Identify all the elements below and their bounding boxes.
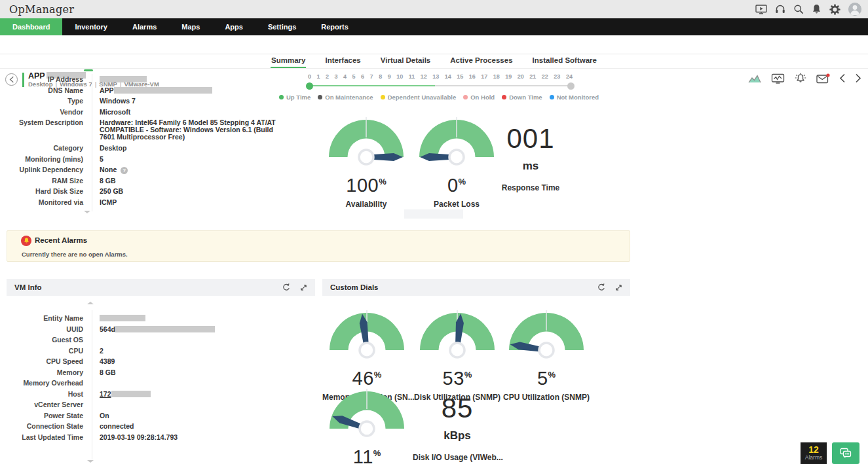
timeline-hour-tick: 17 [481, 73, 487, 80]
info-value-link[interactable]: 172 [100, 390, 111, 398]
timeline-hour-tick: 4 [343, 73, 347, 80]
info-row: VendorMicrosoft [0, 107, 288, 118]
info-row: Uplink DependencyNone? [0, 164, 288, 175]
timeline-hour-tick: 22 [542, 73, 548, 80]
divider [92, 74, 92, 211]
info-row: CPU2 [7, 346, 308, 357]
info-value: Microsoft [100, 107, 283, 118]
slider-start-knob[interactable] [306, 82, 313, 90]
refresh-icon[interactable] [282, 283, 290, 291]
info-value: 250 GB [100, 186, 283, 197]
nav-item-settings[interactable]: Settings [255, 18, 309, 35]
mail-icon[interactable] [816, 73, 830, 84]
device-monitor-icon[interactable] [771, 73, 785, 84]
info-row: System DescriptionHardware: Intel64 Fami… [0, 117, 288, 143]
nav-item-dashboard[interactable]: Dashboard [0, 18, 62, 35]
info-value [100, 399, 283, 410]
refresh-icon[interactable] [597, 283, 605, 291]
info-value: 564d [100, 324, 283, 335]
nav-item-inventory[interactable]: Inventory [62, 18, 120, 35]
info-value: 172 [100, 389, 283, 400]
gauge-value: 100% [322, 172, 411, 195]
presentation-icon[interactable] [755, 4, 767, 14]
vm-info-title: VM Info [14, 283, 42, 291]
info-value: 2019-03-19 09:28:14.793 [100, 432, 283, 443]
info-row: Memory8 GB [7, 367, 308, 378]
scroll-indicator[interactable] [84, 69, 93, 71]
slider-end-knob[interactable] [567, 82, 575, 90]
nav-item-alarms[interactable]: Alarms [120, 18, 169, 35]
chat-button[interactable] [832, 442, 859, 464]
legend-label: On Maintenance [325, 94, 373, 101]
timeline-hour-tick: 10 [396, 73, 403, 80]
info-row: Memory Overhead [7, 378, 308, 389]
custom-dials-actions [597, 283, 622, 291]
alarms-count-badge[interactable]: 12 Alarms [801, 442, 827, 464]
legend-item: On Hold [463, 94, 495, 101]
info-row: Hard Disk Size250 GB [0, 186, 288, 197]
tab-active-processes[interactable]: Active Processes [449, 54, 513, 68]
search-icon[interactable] [793, 4, 804, 14]
chevron-left-icon[interactable] [839, 73, 846, 83]
info-label: Connection State [7, 421, 83, 432]
info-value: On [100, 410, 283, 421]
headset-icon[interactable] [775, 4, 785, 14]
nav-item-apps[interactable]: Apps [212, 18, 255, 35]
legend-item: Dependent Unavailable [381, 94, 457, 101]
device-toolbar [747, 73, 861, 84]
disk-io-unit: kBps [413, 429, 502, 442]
vm-info-panel: VM Info Entity NameUUID564dGuest OSCPU2C… [7, 279, 315, 464]
info-row: Guest OS [7, 334, 308, 346]
info-label: System Description [0, 119, 83, 141]
timeline-slider[interactable] [309, 85, 571, 86]
gauge-dial [506, 310, 587, 361]
expand-icon[interactable] [615, 284, 622, 291]
timeline-hour-tick: 13 [432, 73, 439, 80]
nav-item-reports[interactable]: Reports [309, 18, 361, 35]
info-label: Entity Name [7, 313, 83, 324]
info-value [100, 74, 283, 85]
nav-item-maps[interactable]: Maps [169, 18, 212, 35]
chevron-right-icon[interactable] [855, 73, 861, 83]
timeline-hours: 0123456789101112131415161718192021222324 [308, 73, 573, 80]
main-nav: DashboardInventoryAlarmsMapsAppsSettings… [0, 18, 868, 35]
scroll-up-icon[interactable] [87, 302, 94, 304]
chat-icon [839, 447, 853, 459]
info-value-text: On [100, 412, 109, 419]
info-row: Monitoring (mins)5 [0, 154, 288, 165]
alarms-count: 12 [801, 444, 827, 455]
recent-alarms-banner: Recent Alarms Currently there are no ope… [7, 230, 630, 262]
legend-item: On Maintenance [318, 94, 373, 101]
redacted-text [115, 326, 215, 332]
legend-dot [550, 95, 554, 99]
cpu-utilization-snmp-gauge: 5%CPU Utilization (SNMP) [502, 310, 591, 402]
info-label: Memory [7, 367, 83, 378]
response-time-unit: ms [486, 160, 575, 173]
notifications-bell-icon[interactable] [812, 4, 821, 14]
tab-summary[interactable]: Summary [271, 54, 306, 68]
performance-graph-icon[interactable] [747, 73, 762, 84]
help-icon[interactable]: ? [121, 167, 128, 174]
gauge-dial [326, 116, 407, 168]
scroll-down-icon[interactable] [87, 460, 94, 463]
info-value-text: 5 [100, 155, 104, 163]
recent-alarms-title: Recent Alarms [35, 236, 87, 244]
tab-virtual-details[interactable]: Virtual Details [380, 54, 432, 68]
info-value-text: Windows 7 [100, 97, 136, 105]
info-row: Last Updated Time2019-03-19 09:28:14.793 [7, 432, 308, 443]
user-avatar[interactable] [848, 3, 861, 16]
disk-utilization-snmp-gauge: 53%Disk Utilization (SNMP) [413, 310, 502, 402]
gauge-dial [326, 310, 407, 361]
expand-icon[interactable] [300, 284, 307, 291]
tab-installed-software[interactable]: Installed Software [532, 54, 597, 68]
info-value: 2 [100, 346, 283, 357]
info-label: Uplink Dependency [0, 164, 83, 175]
info-label: Memory Overhead [7, 378, 83, 389]
scroll-down-icon[interactable] [84, 211, 90, 213]
alarm-test-icon[interactable] [794, 73, 807, 84]
legend-label: Down Time [509, 94, 542, 101]
legend-item: Down Time [502, 94, 542, 101]
info-label: CPU Speed [7, 356, 83, 367]
settings-gear-icon[interactable] [829, 4, 840, 15]
tab-interfaces[interactable]: Interfaces [324, 54, 361, 68]
